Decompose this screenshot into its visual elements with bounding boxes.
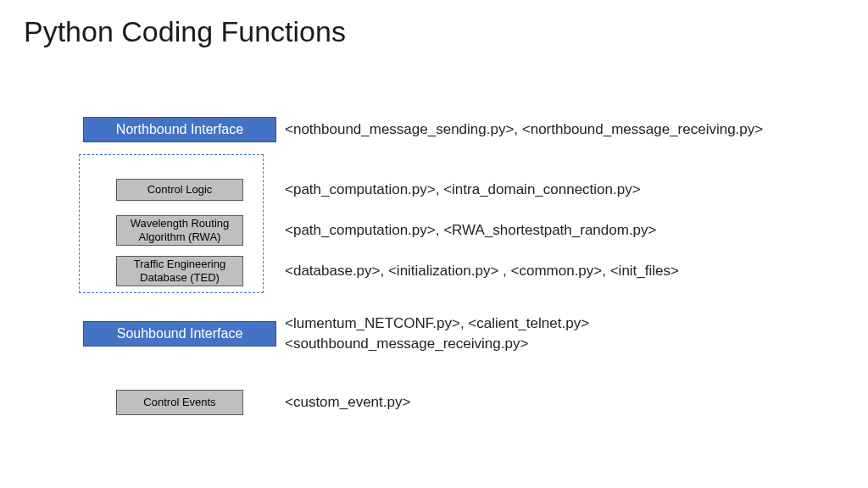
rwa-files-text: <path_computation.py>, <RWA_shortestpath… xyxy=(285,220,834,241)
row-northbound: Northbound Interface <nothbound_message_… xyxy=(75,117,834,142)
southbound-files-text: <lumentum_NETCONF.py>, <calient_telnet.p… xyxy=(285,313,834,354)
southbound-interface-box: Souhbound Interface xyxy=(83,321,276,347)
ted-files-text: <database.py>, <initialization.py> , <co… xyxy=(285,261,834,281)
control-logic-files-text: <path_computation.py>, <intra_domain_con… xyxy=(285,180,834,200)
content-area: Northbound Interface <nothbound_message_… xyxy=(75,117,834,415)
northbound-interface-box: Northbound Interface xyxy=(83,117,276,142)
control-events-box: Control Events xyxy=(116,390,243,415)
dashed-group-box xyxy=(79,154,264,293)
southbound-files-line2: <southbound_message_receiving.py> xyxy=(285,336,528,352)
slide-title: Python Coding Functions xyxy=(24,15,346,48)
row-southbound: Souhbound Interface <lumentum_NETCONF.py… xyxy=(75,315,834,352)
row-control-events: Control Events <custom_event.py> xyxy=(75,390,834,415)
northbound-files-text: <nothbound_message_sending.py>, <northbo… xyxy=(285,119,834,140)
southbound-files-line1: <lumentum_NETCONF.py>, <calient_telnet.p… xyxy=(285,315,589,331)
control-events-files-text: <custom_event.py> xyxy=(285,392,834,413)
